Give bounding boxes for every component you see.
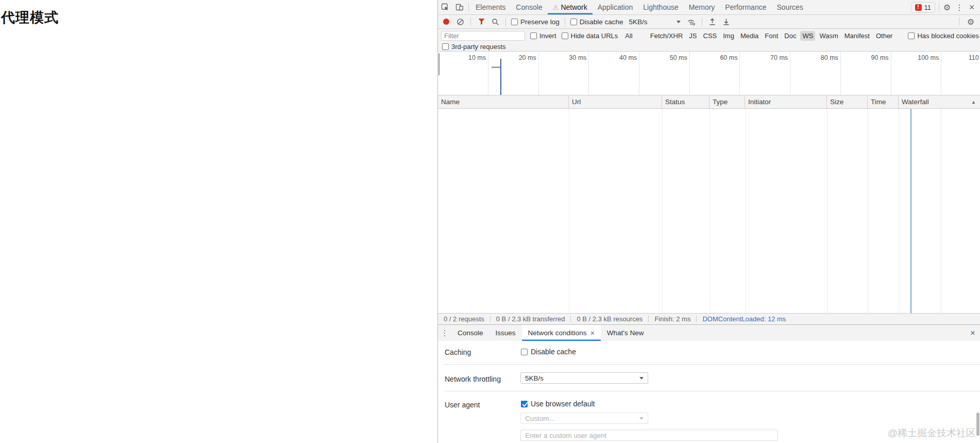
drawer-tab-console[interactable]: Console bbox=[451, 325, 489, 341]
timeline-tick: 110 ms bbox=[941, 52, 980, 95]
checkbox bbox=[511, 19, 518, 25]
drawer-scrollbar[interactable] bbox=[976, 413, 979, 436]
issues-icon: ! bbox=[915, 4, 922, 11]
has-blocked-cookies-checkbox[interactable]: Has blocked cookies bbox=[908, 32, 978, 40]
devtools-tabbar: Elements Console ⚠ Network Application L… bbox=[438, 0, 980, 15]
timeline-tick: 70 ms bbox=[740, 52, 790, 95]
throttling-select[interactable]: 5KB/s bbox=[627, 18, 683, 26]
filter-type-manifest[interactable]: Manifest bbox=[842, 31, 872, 41]
filter-type-js[interactable]: JS bbox=[687, 31, 699, 41]
checkbox bbox=[908, 32, 915, 39]
tab-network[interactable]: ⚠ Network bbox=[548, 0, 593, 14]
network-summary-bar: 0 / 2 requests 0 B / 2.3 kB transferred … bbox=[438, 313, 980, 324]
caching-label: Caching bbox=[445, 348, 471, 356]
divider bbox=[959, 18, 959, 26]
column-header-initiator[interactable]: Initiator bbox=[745, 95, 827, 108]
close-drawer-icon[interactable]: × bbox=[966, 325, 980, 341]
tab-sources[interactable]: Sources bbox=[771, 0, 808, 14]
filter-type-css[interactable]: CSS bbox=[701, 31, 719, 41]
column-header-size[interactable]: Size bbox=[827, 95, 868, 108]
timeline-tick: 10 ms bbox=[438, 52, 488, 95]
filter-type-doc[interactable]: Doc bbox=[782, 31, 798, 41]
divider bbox=[702, 18, 702, 26]
hide-data-urls-checkbox[interactable]: Hide data URLs bbox=[562, 32, 618, 40]
drawer-more-options-icon[interactable]: ⋮ bbox=[438, 325, 451, 341]
drawer-tab-issues[interactable]: Issues bbox=[489, 325, 522, 341]
clear-icon[interactable] bbox=[455, 17, 465, 27]
filter-type-wasm[interactable]: Wasm bbox=[817, 31, 840, 41]
timeline-tick: 50 ms bbox=[639, 52, 690, 95]
record-button[interactable] bbox=[443, 19, 449, 25]
filter-type-img[interactable]: Img bbox=[721, 31, 736, 41]
request-overview-bar bbox=[492, 67, 500, 68]
column-header-type[interactable]: Type bbox=[709, 95, 745, 108]
drawer-tab-whats-new[interactable]: What's New bbox=[601, 325, 650, 341]
divider bbox=[444, 391, 980, 391]
requests-table-body[interactable] bbox=[438, 109, 980, 313]
close-devtools-icon[interactable]: × bbox=[966, 2, 978, 13]
waterfall-dcl-line bbox=[910, 109, 911, 313]
custom-user-agent-input bbox=[520, 430, 778, 441]
network-filter-bar: Invert Hide data URLs All Fetch/XHR JS C… bbox=[438, 29, 980, 42]
filter-funnel-icon[interactable] bbox=[476, 17, 486, 27]
divider bbox=[565, 18, 565, 26]
timeline-tick: 40 ms bbox=[589, 52, 639, 95]
chevron-down-icon bbox=[639, 417, 644, 420]
settings-gear-icon[interactable]: ⚙ bbox=[941, 3, 953, 12]
dom-content-loaded-marker bbox=[500, 59, 501, 95]
issues-button[interactable]: ! 11 bbox=[911, 2, 936, 13]
summary-resources: 0 B / 2.3 kB resources bbox=[571, 316, 649, 322]
summary-finish: Finish: 2 ms bbox=[649, 316, 697, 322]
network-conditions-icon[interactable] bbox=[686, 17, 697, 27]
search-icon[interactable] bbox=[490, 17, 500, 27]
close-tab-icon[interactable]: × bbox=[590, 329, 595, 337]
preserve-log-checkbox[interactable]: Preserve log bbox=[511, 18, 560, 26]
inspect-element-button[interactable] bbox=[438, 0, 452, 14]
inspect-cursor-icon bbox=[441, 3, 449, 11]
column-header-time[interactable]: Time bbox=[868, 95, 899, 108]
tab-lighthouse[interactable]: Lighthouse bbox=[638, 0, 684, 14]
chevron-down-icon bbox=[639, 377, 644, 380]
timeline-tick: 90 ms bbox=[841, 52, 891, 95]
network-overview-timeline[interactable]: 10 ms 20 ms 30 ms 40 ms 50 ms 60 ms 70 m… bbox=[438, 52, 980, 95]
tab-elements[interactable]: Elements bbox=[470, 0, 511, 14]
filter-type-fetch-xhr[interactable]: Fetch/XHR bbox=[648, 31, 685, 41]
use-browser-default-checkbox[interactable]: Use browser default bbox=[521, 400, 595, 408]
timeline-tick: 20 ms bbox=[488, 52, 539, 95]
tab-performance[interactable]: Performance bbox=[720, 0, 771, 14]
tab-memory[interactable]: Memory bbox=[684, 0, 720, 14]
filter-type-all[interactable]: All bbox=[623, 31, 634, 41]
network-conditions-panel: Caching Disable cache Network throttling… bbox=[438, 341, 980, 443]
network-settings-gear-icon[interactable]: ⚙ bbox=[965, 17, 977, 27]
export-har-icon[interactable] bbox=[721, 17, 732, 27]
drawer-throttling-select[interactable]: 5KB/s bbox=[520, 372, 648, 384]
drawer-tab-network-conditions[interactable]: Network conditions × bbox=[522, 325, 601, 341]
user-agent-label: User agent bbox=[445, 401, 480, 409]
summary-requests: 0 / 2 requests bbox=[438, 316, 491, 322]
divider bbox=[444, 364, 980, 365]
filter-type-font[interactable]: Font bbox=[763, 31, 780, 41]
column-header-name[interactable]: Name bbox=[438, 95, 569, 108]
device-toolbar-button[interactable] bbox=[452, 0, 467, 14]
checkbox bbox=[562, 32, 568, 39]
disable-cache-checkbox[interactable]: Disable cache bbox=[570, 18, 623, 26]
filter-type-media[interactable]: Media bbox=[738, 31, 761, 41]
timeline-tick: 60 ms bbox=[690, 52, 740, 95]
drawer-disable-cache-checkbox[interactable]: Disable cache bbox=[521, 348, 576, 356]
device-toolbar-icon bbox=[455, 3, 464, 11]
divider bbox=[939, 3, 939, 11]
tab-application[interactable]: Application bbox=[593, 0, 638, 14]
third-party-requests-checkbox[interactable]: 3rd-party requests bbox=[442, 43, 506, 51]
summary-dom-content-loaded: DOMContentLoaded: 12 ms bbox=[697, 316, 791, 322]
more-options-icon[interactable]: ⋮ bbox=[953, 3, 966, 12]
checkbox bbox=[521, 401, 528, 407]
invert-checkbox[interactable]: Invert bbox=[530, 32, 556, 40]
filter-type-other[interactable]: Other bbox=[874, 31, 895, 41]
filter-type-ws[interactable]: WS bbox=[800, 31, 815, 41]
column-header-status[interactable]: Status bbox=[662, 95, 709, 108]
filter-input[interactable] bbox=[441, 31, 525, 41]
column-header-waterfall[interactable]: Waterfall ▲ bbox=[899, 95, 980, 108]
tab-console[interactable]: Console bbox=[511, 0, 547, 14]
column-header-url[interactable]: Url bbox=[569, 95, 662, 108]
import-har-icon[interactable] bbox=[707, 17, 718, 27]
